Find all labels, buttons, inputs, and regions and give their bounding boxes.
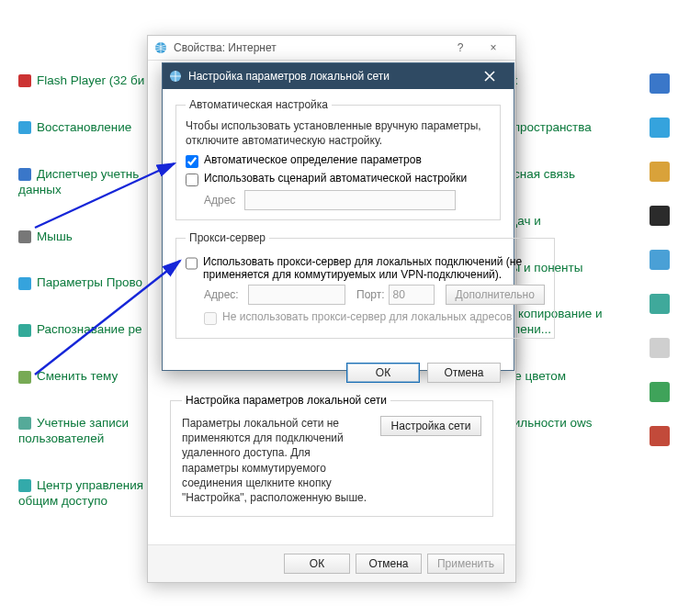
lan-settings-dialog: Настройка параметров локальной сети Авто…: [162, 62, 514, 371]
control-panel-item-label: Сменить тему: [37, 369, 118, 383]
proxy-port-input[interactable]: [389, 285, 435, 305]
control-panel-item-icon: [18, 324, 31, 337]
bypass-local-label: Не использовать прокси-сервер для локаль…: [222, 310, 512, 323]
proxy-address-label: Адрес:: [204, 288, 244, 301]
use-proxy-row[interactable]: Использовать прокси-сервер для локальных…: [186, 255, 545, 281]
close-button[interactable]: [471, 63, 508, 89]
proxy-port-label: Порт:: [356, 288, 385, 301]
internet-options-icon: [153, 40, 168, 55]
use-script-label: Использовать сценарий автоматической нас…: [204, 172, 467, 185]
lan-settings-group: Настройка параметров локальной сети Пара…: [170, 394, 493, 517]
lan-settings-legend: Настройка параметров локальной сети: [182, 394, 390, 407]
apply-button[interactable]: Применить: [427, 554, 504, 574]
automatic-configuration-description: Чтобы использовать установленные вручную…: [186, 118, 491, 148]
control-panel-item[interactable]: Мышь: [18, 230, 165, 245]
use-script-row[interactable]: Использовать сценарий автоматической нас…: [186, 172, 491, 186]
control-panel-item-icon: [18, 417, 31, 430]
advanced-button[interactable]: Дополнительно: [446, 285, 545, 305]
close-button[interactable]: ×: [477, 41, 510, 54]
auto-detect-checkbox[interactable]: [186, 155, 198, 168]
bg-icon: [650, 73, 670, 94]
control-panel-item-icon: [18, 371, 31, 384]
internet-options-icon: [168, 69, 183, 84]
automatic-configuration-group: Автоматическая настройка Чтобы использов…: [175, 98, 501, 220]
control-panel-item-label: Flash Player (32 би: [37, 73, 144, 87]
control-panel-item-icon: [18, 479, 31, 492]
automatic-configuration-legend: Автоматическая настройка: [186, 98, 332, 111]
bg-icon: [650, 250, 670, 270]
control-panel-item[interactable]: Учетные записи пользователей: [18, 416, 165, 447]
control-panel-item[interactable]: Центр управления и общим доступо: [18, 478, 165, 510]
bg-icon: [650, 382, 670, 402]
use-script-checkbox[interactable]: [186, 174, 198, 186]
bypass-local-row[interactable]: Не использовать прокси-сервер для локаль…: [204, 310, 545, 325]
control-panel-item[interactable]: Flash Player (32 би: [18, 73, 165, 89]
control-panel-item-icon: [18, 168, 31, 181]
cancel-button[interactable]: Отмена: [427, 363, 501, 383]
proxy-address-input[interactable]: [248, 285, 345, 305]
control-panel-item[interactable]: Параметры Прово: [18, 275, 165, 291]
script-address-label: Адрес: [204, 194, 244, 207]
proxy-server-group: Прокси-сервер Использовать прокси-сервер…: [175, 231, 555, 339]
auto-detect-label: Автоматическое определение параметров: [204, 153, 422, 166]
control-panel-item-label: Мышь: [37, 230, 73, 243]
bg-icon: [650, 426, 670, 446]
control-panel-item-label: Диспетчер учетнь данных: [18, 167, 139, 196]
bg-icon: [650, 338, 670, 358]
control-panel-item-label: Распознавание ре: [37, 322, 141, 336]
lan-settings-description: Параметры локальной сети не применяются …: [182, 416, 369, 505]
use-proxy-label: Использовать прокси-сервер для локальных…: [203, 255, 545, 281]
bg-icon: [650, 206, 670, 226]
script-address-input[interactable]: [244, 190, 456, 210]
lan-settings-title: Настройка параметров локальной сети: [188, 70, 390, 83]
bg-icon: [650, 162, 670, 182]
control-panel-item-label: Центр управления и общим доступо: [18, 478, 153, 508]
control-panel-item-icon: [18, 230, 31, 243]
bg-icon: [650, 294, 670, 314]
internet-properties-titlebar[interactable]: Свойства: Интернет ? ×: [148, 36, 515, 61]
control-panel-item[interactable]: Сменить тему: [18, 369, 165, 385]
control-panel-item[interactable]: Диспетчер учетнь данных: [18, 167, 165, 198]
lan-settings-button[interactable]: Настройка сети: [380, 416, 481, 436]
lan-settings-titlebar[interactable]: Настройка параметров локальной сети: [163, 63, 514, 89]
control-panel-item-icon: [18, 121, 31, 134]
cancel-button[interactable]: Отмена: [356, 554, 422, 574]
control-panel-item-label: Учетные записи пользователей: [18, 416, 129, 445]
bypass-local-checkbox[interactable]: [204, 312, 217, 325]
control-panel-item-icon: [18, 74, 31, 87]
proxy-server-legend: Прокси-сервер: [186, 231, 269, 244]
control-panel-item[interactable]: Восстановление: [18, 120, 165, 136]
control-panel-item-icon: [18, 277, 31, 290]
control-panel-item-label: Восстановление: [37, 120, 131, 134]
ok-button[interactable]: ОК: [346, 363, 420, 383]
control-panel-item[interactable]: Распознавание ре: [18, 322, 165, 338]
help-button[interactable]: ?: [444, 41, 477, 54]
bg-icon: [650, 118, 670, 138]
control-panel-item-label: Параметры Прово: [37, 275, 142, 289]
internet-properties-footer: ОК Отмена Применить: [148, 544, 515, 582]
use-proxy-checkbox[interactable]: [186, 257, 198, 270]
auto-detect-row[interactable]: Автоматическое определение параметров: [186, 153, 491, 168]
internet-properties-title: Свойства: Интернет: [174, 41, 277, 54]
ok-button[interactable]: ОК: [284, 554, 350, 574]
